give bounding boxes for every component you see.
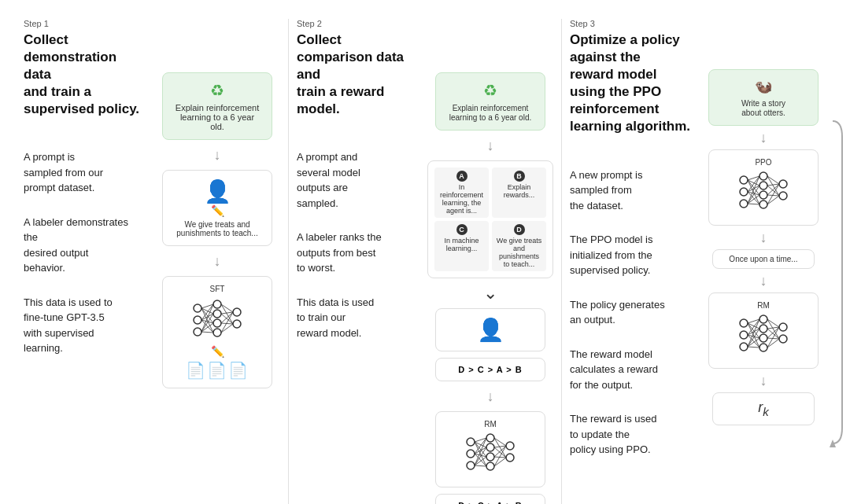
step3-ppo-box: PPO xyxy=(708,149,819,226)
svg-point-59 xyxy=(740,188,748,196)
svg-line-108 xyxy=(767,319,779,327)
rm-label-3: RM xyxy=(719,301,808,310)
sft-neural-net xyxy=(190,296,245,344)
recycle-icon-1: ♻ xyxy=(172,81,262,100)
svg-line-49 xyxy=(475,465,486,466)
rk-text: rk xyxy=(758,399,769,415)
svg-point-8 xyxy=(233,320,241,328)
step-3-desc-2: The PPO model isinitialized from thesupe… xyxy=(570,232,691,278)
svg-line-113 xyxy=(767,338,779,339)
q-cell-c: C In machinelearning... xyxy=(434,221,489,271)
svg-point-31 xyxy=(467,462,475,469)
step-1-col: Step 1 Collect demonstration dataand tra… xyxy=(16,19,289,504)
step-2-desc-3: This data is usedto train ourreward mode… xyxy=(297,295,418,341)
svg-line-50 xyxy=(494,438,506,446)
step-3-title: Optimize a policy against thereward mode… xyxy=(570,31,691,136)
svg-point-37 xyxy=(506,454,514,462)
svg-point-65 xyxy=(779,180,787,188)
step-1-title: Collect demonstration dataand train a su… xyxy=(24,31,145,118)
rm-label-2: RM xyxy=(445,420,535,429)
svg-point-33 xyxy=(486,443,494,451)
q-cell-b: B Explain rewards... xyxy=(492,167,546,218)
svg-point-93 xyxy=(759,344,767,351)
arrow-down-6: ↓ xyxy=(760,230,767,245)
q-text-d: We give treats and punishments to teach.… xyxy=(495,237,543,268)
step2-rank-badge: D > C > A > B xyxy=(435,358,545,381)
step2-rm-box: RM xyxy=(435,411,545,487)
step1-prompt-box: ♻ Explain reinforcementlearning to a 6 y… xyxy=(162,72,272,140)
main-container: Step 1 Collect demonstration dataand tra… xyxy=(0,0,850,504)
arrow-down-5: ↓ xyxy=(760,131,767,145)
svg-point-32 xyxy=(486,434,494,442)
step2-quadrant-box: A In reinforcementlearning, theagent is.… xyxy=(427,160,553,278)
step3-prompt-text: Write a storyabout otters. xyxy=(741,99,785,117)
sft-label: SFT xyxy=(172,285,262,293)
arrow-down-8: ↓ xyxy=(760,373,767,388)
svg-point-4 xyxy=(213,310,221,318)
step-3-text: Step 3 Optimize a policy against therewa… xyxy=(570,19,691,504)
svg-point-60 xyxy=(740,200,748,208)
step3-rm-box: RM xyxy=(708,292,819,369)
svg-point-30 xyxy=(467,450,475,458)
svg-line-20 xyxy=(201,332,213,333)
svg-point-95 xyxy=(779,335,787,343)
step-1-desc-1: A prompt issampled from ourprompt datase… xyxy=(24,149,145,196)
svg-point-94 xyxy=(779,323,787,331)
svg-line-21 xyxy=(221,304,233,312)
step1-prompt-text: Explain reinforcementlearning to a 6 yea… xyxy=(176,103,259,131)
svg-point-35 xyxy=(486,462,494,470)
svg-point-62 xyxy=(759,182,767,189)
q-label-c: C xyxy=(456,224,468,235)
arrow-down-2: ↓ xyxy=(214,254,221,268)
svg-line-107 xyxy=(748,347,759,348)
svg-point-89 xyxy=(740,343,748,351)
step-2-title: Collect comparison data andtrain a rewar… xyxy=(297,31,418,118)
svg-point-87 xyxy=(740,319,748,327)
step3-output-box: Once upon a time... xyxy=(712,249,815,269)
step-3-desc-3: The policy generatesan output. xyxy=(570,297,691,328)
svg-line-115 xyxy=(767,339,779,348)
svg-point-7 xyxy=(233,308,241,316)
ppo-label: PPO xyxy=(719,158,808,167)
step-2-label: Step 2 xyxy=(297,19,418,28)
arrow-down-3: ↓ xyxy=(487,138,494,153)
step1-person-box: 👤 ✏️ We give treats andpunishments to te… xyxy=(162,170,272,246)
step-3-desc-5: The reward is usedto update thepolicy us… xyxy=(570,411,691,458)
svg-line-79 xyxy=(767,176,779,184)
svg-line-26 xyxy=(221,323,233,324)
arrow-down-7: ↓ xyxy=(760,274,767,288)
brace-icon: ⌄ xyxy=(483,285,497,302)
step-2-col: Step 2 Collect comparison data andtrain … xyxy=(289,19,562,504)
edit-icon-sft: ✏️ xyxy=(172,345,262,358)
svg-line-57 xyxy=(494,458,506,466)
svg-point-58 xyxy=(740,176,748,184)
step-1-desc-3: This data is used tofine-tune GPT-3.5wit… xyxy=(24,295,145,356)
arrow-down-1: ↓ xyxy=(214,148,221,162)
step3-output-text: Once upon a time... xyxy=(729,255,797,263)
step-2-visual: ♻ Explain reinforcementlearning to a 6 y… xyxy=(427,19,553,504)
step-2-text: Step 2 Collect comparison data andtrain … xyxy=(297,19,418,504)
rm-neural-net-2 xyxy=(463,430,518,477)
recycle-icon-2: ♻ xyxy=(445,81,535,100)
svg-line-78 xyxy=(748,204,759,204)
step-1-visual: ♻ Explain reinforcementlearning to a 6 y… xyxy=(154,19,280,504)
q-cell-d: D We give treats and punishments to teac… xyxy=(492,221,546,271)
q-text-a: In reinforcementlearning, theagent is... xyxy=(438,183,486,215)
person-icon-2: 👤 xyxy=(445,317,535,343)
step-1-desc-2: A labeler demonstrates thedesired output… xyxy=(24,215,145,276)
step-3-visual: 🦦 Write a storyabout otters. ↓ PPO xyxy=(700,19,826,504)
loop-arrow xyxy=(822,113,844,451)
svg-line-86 xyxy=(767,196,779,204)
svg-point-92 xyxy=(759,334,767,342)
step-3-desc-1: A new prompt issampled fromthe dataset. xyxy=(570,167,691,214)
svg-point-66 xyxy=(779,192,787,200)
person-icon-1: 👤 xyxy=(172,178,262,204)
q-cell-a: A In reinforcementlearning, theagent is.… xyxy=(434,167,489,218)
svg-point-61 xyxy=(759,172,767,180)
q-label-d: D xyxy=(514,224,525,235)
q-label-a: A xyxy=(456,171,468,182)
step2-person-box: 👤 xyxy=(435,308,545,351)
ppo-neural-net xyxy=(736,168,791,215)
svg-point-29 xyxy=(467,438,475,446)
step-1-text: Step 1 Collect demonstration dataand tra… xyxy=(24,19,145,504)
